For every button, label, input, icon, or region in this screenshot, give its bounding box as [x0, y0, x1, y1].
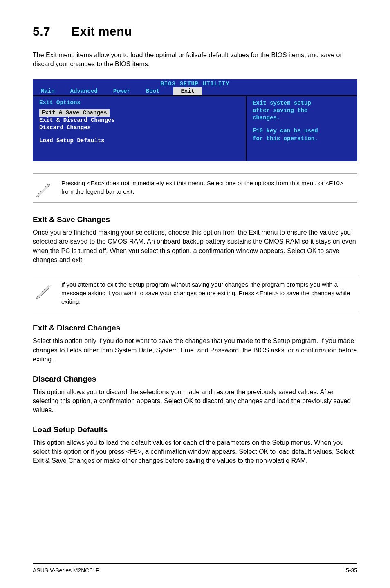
bios-help-line: changes.: [253, 114, 351, 121]
intro-paragraph: The Exit menu items allow you to load th…: [33, 51, 357, 69]
bios-left-panel: Exit Options Exit & Save Changes Exit & …: [33, 96, 247, 161]
subheading-discard: Discard Changes: [33, 375, 357, 384]
bios-item-discard-exit: Exit & Discard Changes: [39, 117, 240, 124]
pencil-note-icon: [35, 179, 53, 197]
bios-tab-advanced: Advanced: [69, 87, 99, 95]
subheading-load-defaults: Load Setup Defaults: [33, 425, 357, 434]
bios-tab-exit: Exit: [173, 87, 202, 95]
section-heading: 5.7Exit menu: [33, 25, 357, 38]
body-exit-save: Once you are finished making your select…: [33, 228, 357, 265]
bios-tab-power: Power: [112, 87, 132, 95]
section-title-text: Exit menu: [72, 25, 132, 38]
note-text-1: Pressing <Esc> does not immediately exit…: [61, 179, 355, 196]
page-footer: ASUS V-Series M2NC61P 5-35: [33, 563, 357, 574]
footer-right: 5-35: [346, 567, 357, 574]
bios-item-save: Exit & Save Changes: [39, 109, 110, 117]
pencil-note-icon: [35, 280, 53, 299]
bios-exit-options-heading: Exit Options: [39, 99, 240, 106]
note-block-2: If you attempt to exit the Setup program…: [33, 275, 357, 311]
bios-help-line: F10 key can be used: [253, 127, 351, 135]
body-load-defaults: This option allows you to load the defau…: [33, 438, 357, 466]
bios-item-discard: Discard Changes: [39, 124, 240, 131]
bios-title: BIOS SETUP UTILITY: [33, 80, 357, 87]
bios-tab-bar: Main Advanced Power Boot Exit: [33, 87, 357, 95]
note-block-1: Pressing <Esc> does not immediately exit…: [33, 173, 357, 203]
note-text-2: If you attempt to exit the Setup program…: [61, 280, 355, 306]
bios-help-line: after saving the: [253, 107, 351, 114]
subheading-exit-save: Exit & Save Changes: [33, 215, 357, 224]
bios-body: Exit Options Exit & Save Changes Exit & …: [33, 95, 357, 161]
bios-help-line: for this operation.: [253, 135, 351, 142]
subheading-exit-discard: Exit & Discard Changes: [33, 323, 357, 332]
bios-item-load-defaults: Load Setup Defaults: [39, 137, 240, 144]
bios-help-line: Exit system setup: [253, 99, 351, 107]
body-exit-discard: Select this option only if you do not wa…: [33, 337, 357, 364]
bios-tab-main: Main: [39, 87, 56, 95]
footer-left: ASUS V-Series M2NC61P: [33, 567, 99, 574]
bios-screenshot: BIOS SETUP UTILITY Main Advanced Power B…: [33, 79, 357, 161]
section-number: 5.7: [33, 25, 72, 38]
body-discard: This option allows you to discard the se…: [33, 388, 357, 415]
bios-right-panel: Exit system setup after saving the chang…: [247, 96, 357, 161]
bios-tab-boot: Boot: [144, 87, 161, 95]
